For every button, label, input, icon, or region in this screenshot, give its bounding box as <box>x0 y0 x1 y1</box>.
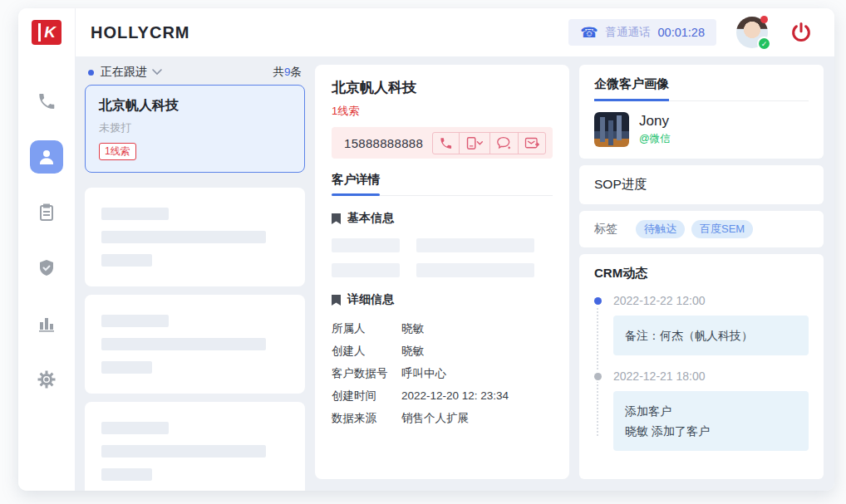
tag-pill[interactable]: 待触达 <box>636 220 685 238</box>
lead-card-placeholder[interactable] <box>85 402 305 491</box>
field-row: 客户数据号呼叫中心 <box>332 362 553 384</box>
skeleton-bar <box>101 208 169 220</box>
top-header: K HOLLYCRM ☎ 普通通话 00:01:28 ✓ <box>18 8 834 56</box>
nav-phone[interactable] <box>30 85 63 118</box>
phone-receiver-icon: ☎ <box>580 26 598 40</box>
tag-pill[interactable]: 百度SEM <box>691 220 753 238</box>
timeline-entry: 2022-12-22 12:00 备注：何杰（帆人科技） <box>613 294 809 355</box>
lead-list-header: 正在跟进 共9条 <box>85 65 305 80</box>
call-icon <box>439 136 453 150</box>
lead-card-placeholder[interactable] <box>85 188 305 286</box>
dial-mode-button[interactable] <box>459 133 489 154</box>
section-label: 基本信息 <box>347 211 394 226</box>
field-label: 创建人 <box>332 340 401 362</box>
sop-progress-card[interactable]: SOP进度 <box>579 165 824 204</box>
bookmark-icon <box>332 295 341 306</box>
crm-activity-title: CRM动态 <box>594 266 809 281</box>
clipboard-icon <box>37 203 57 223</box>
customer-detail-panel: 北京帆人科技 1线索 15888888888 <box>315 65 569 479</box>
field-label: 所属人 <box>332 317 401 340</box>
side-nav <box>18 56 75 491</box>
field-value: 晓敏 <box>401 340 424 362</box>
nav-settings[interactable] <box>30 363 63 396</box>
timeline-entry: 2022-12-21 18:00 添加客户 晓敏 添加了客户 <box>613 369 809 451</box>
chevron-down-icon[interactable] <box>152 69 162 76</box>
skeleton-bar <box>101 231 266 243</box>
chat-icon <box>496 136 512 150</box>
wecom-contact-row[interactable]: Jony @微信 <box>594 112 809 147</box>
app-window: K HOLLYCRM ☎ 普通通话 00:01:28 ✓ <box>18 8 834 491</box>
timeline-time: 2022-12-21 18:00 <box>613 369 809 383</box>
field-value: 晓敏 <box>401 317 424 340</box>
call-timer: 00:01:28 <box>658 26 705 39</box>
customer-name: 北京帆人科技 <box>332 78 553 97</box>
count-prefix: 共 <box>273 66 284 78</box>
detail-field-list: 所属人晓敏 创建人晓敏 客户数据号呼叫中心 创建时间2022-12-20 12:… <box>332 317 553 429</box>
lead-card-selected[interactable]: 北京帆人科技 未拨打 1线索 <box>85 85 305 173</box>
logout-power-button[interactable] <box>789 21 813 44</box>
field-value: 2022-12-20 12: 23:34 <box>401 384 509 407</box>
sms-icon <box>524 136 539 150</box>
skeleton-bar <box>101 315 169 327</box>
customer-lead-count: 1线索 <box>332 104 553 119</box>
logo-cell: K <box>18 20 75 45</box>
wecom-avatar <box>594 112 629 147</box>
logo-glyph: K <box>44 23 56 42</box>
crm-timeline: 2022-12-22 12:00 备注：何杰（帆人科技） 2022-12-21 … <box>594 294 809 451</box>
lead-company-name: 北京帆人科技 <box>99 97 291 115</box>
field-row: 数据来源销售个人扩展 <box>332 407 553 429</box>
timeline-time: 2022-12-22 12:00 <box>613 294 809 307</box>
lead-card-placeholder[interactable] <box>85 295 305 394</box>
wecom-profile-card: 企微客户画像 Jony @微信 <box>579 65 824 159</box>
nav-quality[interactable] <box>30 252 63 285</box>
shield-check-icon <box>37 258 57 278</box>
lead-filter-dropdown[interactable]: 正在跟进 <box>101 65 147 80</box>
skeleton-bar <box>332 263 400 277</box>
wecom-column: 企微客户画像 Jony @微信 SOP进度 标签 待触达 <box>579 65 824 479</box>
skeleton-bar <box>101 468 152 481</box>
wecom-title-row: 企微客户画像 <box>594 76 809 101</box>
brand-logo-icon: K <box>32 20 61 45</box>
bookmark-icon <box>332 213 341 224</box>
skeleton-bar <box>101 445 266 458</box>
nav-tasks[interactable] <box>30 196 63 229</box>
field-row: 所属人晓敏 <box>332 317 553 340</box>
wecom-contact-name: Jony <box>639 113 671 130</box>
field-row: 创建人晓敏 <box>332 340 553 362</box>
wecom-contact-info: Jony @微信 <box>639 113 671 146</box>
basic-info-skeleton <box>332 238 553 277</box>
lead-count: 共9条 <box>273 65 302 80</box>
timeline-note: 添加客户 晓敏 添加了客户 <box>613 391 809 451</box>
header-right: ☎ 普通通话 00:01:28 ✓ <box>568 17 834 48</box>
call-type-label: 普通通话 <box>606 25 651 40</box>
chat-button[interactable] <box>489 133 518 154</box>
basic-info-section-title: 基本信息 <box>332 211 553 226</box>
user-icon <box>37 147 57 167</box>
count-number: 9 <box>284 66 291 78</box>
header-divider <box>75 8 76 56</box>
nav-reports[interactable] <box>30 307 63 340</box>
bar-chart-icon <box>37 314 57 334</box>
lead-list-panel: 正在跟进 共9条 北京帆人科技 未拨打 1线索 <box>85 65 305 479</box>
timeline-note-line: 添加客户 <box>625 401 797 421</box>
app-title: HOLLYCRM <box>91 23 189 42</box>
call-status-pill[interactable]: ☎ 普通通话 00:01:28 <box>568 19 716 46</box>
skeleton-bar <box>416 263 534 277</box>
skeleton-bar <box>416 238 534 252</box>
nav-contacts[interactable] <box>30 140 63 174</box>
tags-label: 标签 <box>594 222 617 237</box>
call-button[interactable] <box>433 133 459 154</box>
tab-customer-detail[interactable]: 客户详情 <box>332 173 380 186</box>
field-row: 创建时间2022-12-20 12: 23:34 <box>332 384 553 407</box>
field-label: 创建时间 <box>332 384 401 407</box>
skeleton-bar <box>101 254 152 267</box>
detail-info-section-title: 详细信息 <box>332 292 553 307</box>
field-label: 客户数据号 <box>332 362 401 384</box>
phone-icon <box>37 91 57 111</box>
skeleton-bar <box>101 422 169 434</box>
sms-button[interactable] <box>518 133 545 154</box>
user-avatar[interactable]: ✓ <box>736 17 768 48</box>
skeleton-bar <box>332 238 400 252</box>
wecom-panel-title: 企微客户画像 <box>594 76 669 91</box>
lead-call-status: 未拨打 <box>99 120 291 135</box>
